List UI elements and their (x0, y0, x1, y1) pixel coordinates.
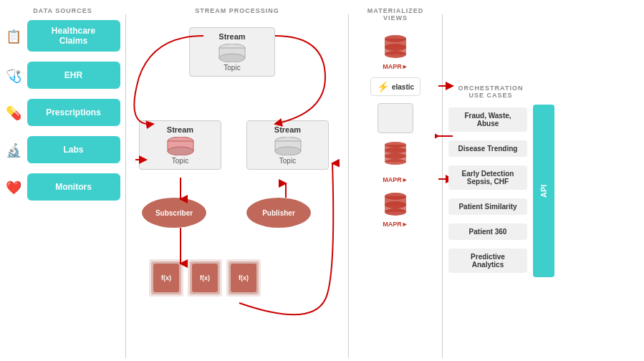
api-label: API (539, 184, 548, 197)
ds-row-ehr: 🩺 EHR (6, 62, 120, 95)
stream-processing-section: STREAM PROCESSING Stream Topic (126, 7, 348, 354)
ds-row-prescriptions: 💊 Prescriptions (6, 99, 120, 132)
stream-top: Stream Topic (189, 27, 275, 77)
elastic-box: ⚡ elastic (370, 77, 420, 96)
mapr-3: MAPR► (383, 191, 408, 228)
svg-point-20 (385, 159, 406, 165)
mapr-2: MAPR► (383, 140, 408, 183)
uc-patient360[interactable]: Patient 360 (448, 223, 527, 240)
func-box-2: f(x) (192, 264, 218, 292)
materialized-section: MATERIALIZED VIEWS MAPR► ⚡ elastic (349, 7, 442, 354)
main-diagram: DATA SOURCES 📋 Healthcare Claims 🩺 EHR 💊… (0, 0, 644, 361)
prescriptions-box[interactable]: Prescriptions (27, 99, 120, 126)
stream-bottom-left: Stream Topic (139, 120, 221, 170)
stream-bl-cylinder (165, 137, 196, 155)
use-cases-header: ORCHESTRATION USE CASES (451, 85, 530, 99)
svg-point-2 (219, 54, 245, 62)
uc-predictive[interactable]: Predictive Analytics (448, 249, 527, 273)
use-cases-section: ORCHESTRATION USE CASES Fraud, Waste, Ab… (443, 7, 575, 354)
svg-point-5 (168, 147, 193, 155)
functions-row: f(x) f(x) f(x) (153, 264, 256, 292)
elastic-label: elastic (392, 83, 414, 91)
uc-early[interactable]: Early Detection Sepsis, CHF (448, 165, 527, 190)
data-sources-section: DATA SOURCES 📋 Healthcare Claims 🩺 EHR 💊… (0, 7, 125, 354)
mapr-1: MAPR► (383, 33, 408, 70)
data-sources-header: DATA SOURCES (33, 7, 92, 14)
stream-processing-header: STREAM PROCESSING (195, 7, 279, 14)
stream-bottom-right: Stream Topic (246, 120, 329, 170)
subscriber-label: Subscriber (155, 209, 193, 217)
ehr-box[interactable]: EHR (27, 62, 120, 89)
stream-top-label: Stream (197, 32, 267, 41)
svg-point-8 (275, 147, 301, 155)
monitors-icon: ❤️ (6, 180, 21, 196)
mapr-db-icon-2 (383, 140, 408, 176)
ds-row-monitors: ❤️ Monitors (6, 173, 120, 206)
mapr-label-2: MAPR► (383, 176, 408, 183)
subscriber-container: Subscriber (142, 198, 221, 228)
stream-bl-topic: Topic (147, 157, 213, 165)
func-box-1: f(x) (153, 264, 179, 292)
healthcare-icon: 📋 (6, 29, 21, 44)
subscriber-box: Subscriber (142, 198, 206, 228)
stream-br-topic: Topic (254, 157, 321, 165)
stream-bl-label: Stream (147, 125, 213, 134)
labs-box[interactable]: Labs (27, 136, 120, 163)
empty-box (378, 103, 413, 133)
stream-br-cylinder (272, 137, 304, 155)
publisher-box: Publisher (246, 198, 311, 228)
svg-point-25 (385, 208, 406, 216)
api-bar: API (533, 105, 554, 277)
uc-patient-sim[interactable]: Patient Similarity (448, 198, 527, 215)
ehr-icon: 🩺 (6, 68, 21, 84)
publisher-container: Publisher (246, 198, 325, 228)
publisher-label: Publisher (262, 209, 295, 217)
svg-point-13 (385, 51, 406, 58)
prescriptions-icon: 💊 (6, 105, 21, 121)
use-cases-list: Fraud, Waste, Abuse Disease Trending Ear… (448, 107, 527, 277)
uc-fraud[interactable]: Fraud, Waste, Abuse (448, 107, 527, 132)
mapr-db-icon-1 (383, 33, 408, 63)
monitors-box[interactable]: Monitors (27, 173, 120, 201)
uc-disease[interactable]: Disease Trending (448, 140, 527, 157)
stream-top-topic: Topic (197, 64, 267, 72)
func-box-3: f(x) (231, 264, 256, 292)
ds-row-healthcare: 📋 Healthcare Claims (6, 20, 120, 57)
elastic-icon: ⚡ (377, 81, 389, 92)
labs-icon: 🔬 (6, 143, 21, 158)
healthcare-claims-box[interactable]: Healthcare Claims (27, 20, 120, 52)
materialized-header: MATERIALIZED VIEWS (355, 7, 436, 21)
mapr-label-3: MAPR► (383, 221, 408, 228)
mapr-db-icon-3 (383, 191, 408, 221)
ds-row-labs: 🔬 Labs (6, 136, 120, 169)
mapr-label-1: MAPR► (383, 63, 408, 70)
stream-top-cylinder (216, 44, 248, 62)
stream-br-label: Stream (254, 125, 321, 134)
